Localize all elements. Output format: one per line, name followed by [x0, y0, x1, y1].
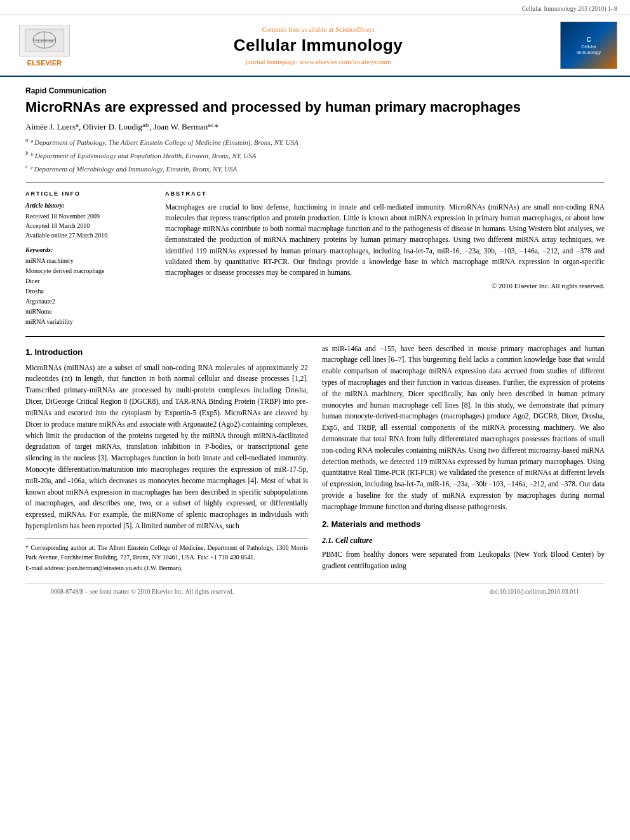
- article-info-column: ARTICLE INFO Article history: Received 1…: [25, 190, 152, 327]
- affiliation-b: b ᵇ Department of Epidemiology and Popul…: [25, 149, 605, 161]
- journal-header: Cellular Immunology 263 (2010) 1–8: [0, 0, 630, 15]
- authors: Aimée J. Luersᵃ, Olivier D. Loudigᵃᵇ, Jo…: [25, 122, 605, 132]
- elsevier-text-label: ELSEVIER: [27, 59, 62, 67]
- sciencedirect-line: Contents lists available at ScienceDirec…: [76, 25, 560, 33]
- journal-name: Cellular Immunology: [76, 36, 560, 55]
- divider-main: [25, 336, 605, 337]
- introduction-paragraph1: MicroRNAs (miRNAs) are a subset of small…: [25, 363, 308, 532]
- journal-citation: Cellular Immunology 263 (2010) 1–8: [521, 5, 617, 12]
- abstract-text: Macrophages are crucial to host defense,…: [165, 202, 605, 279]
- keyword-1: miRNA machinery: [25, 256, 152, 266]
- journal-logo-right: C Cellular Immunology: [560, 22, 617, 69]
- divider-after-affiliations: [25, 182, 605, 183]
- cell-culture-paragraph: PBMC from healthy donors were separated …: [322, 549, 605, 572]
- issn-line: 0008-8749/$ – see front matter © 2010 El…: [51, 588, 234, 595]
- affiliation-c: c ᶜ Department of Microbiology and Immun…: [25, 163, 605, 174]
- header-banner: ELSEVIER ELSEVIER Contents lists availab…: [0, 15, 630, 77]
- introduction-title: 1. Introduction: [25, 346, 308, 359]
- keyword-6: miRNome: [25, 307, 152, 317]
- materials-methods-title: 2. Materials and methods: [322, 518, 605, 531]
- bottom-bar: 0008-8749/$ – see front matter © 2010 El…: [25, 583, 605, 599]
- elsevier-logo: ELSEVIER ELSEVIER: [13, 25, 76, 67]
- affiliation-a: a ᵃ Department of Pathology, The Albert …: [25, 136, 605, 147]
- article-content: Rapid Communication MicroRNAs are expres…: [0, 77, 630, 611]
- body-right-col: as miR-146a and −155, have been describe…: [322, 343, 605, 578]
- keyword-2: Monocyte derived macrophage: [25, 266, 152, 276]
- svg-text:ELSEVIER: ELSEVIER: [36, 39, 53, 43]
- corresponding-author-note: * Corresponding author at: The Albert Ei…: [25, 543, 308, 562]
- accepted-date: Accepted 18 March 2010: [25, 221, 152, 230]
- article-history-label: Article history:: [25, 202, 152, 209]
- article-title: MicroRNAs are expressed and processed by…: [25, 99, 605, 116]
- copyright-line: © 2010 Elsevier Inc. All rights reserved…: [165, 282, 605, 290]
- footnote-area: * Corresponding author at: The Albert Ei…: [25, 538, 308, 573]
- keyword-3: Dicer: [25, 276, 152, 286]
- doi-line: doi:10.1016/j.cellimm.2010.03.011: [490, 588, 579, 595]
- received-date: Received 18 November 2009: [25, 211, 152, 221]
- journal-title-center: Contents lists available at ScienceDirec…: [76, 25, 560, 65]
- body-two-col: 1. Introduction MicroRNAs (miRNAs) are a…: [25, 343, 605, 578]
- right-col-paragraph1: as miR-146a and −155, have been describe…: [322, 343, 605, 513]
- abstract-column: ABSTRACT Macrophages are crucial to host…: [165, 190, 605, 327]
- elsevier-logo-image: ELSEVIER: [19, 25, 70, 57]
- cell-culture-subtitle: 2.1. Cell culture: [322, 535, 605, 547]
- keyword-4: Drosha: [25, 286, 152, 297]
- rapid-communication-label: Rapid Communication: [25, 86, 605, 95]
- keywords-label: Keywords:: [25, 246, 152, 253]
- abstract-header: ABSTRACT: [165, 190, 605, 197]
- available-online-date: Available online 27 March 2010: [25, 230, 152, 240]
- keyword-7: miRNA variability: [25, 317, 152, 327]
- journal-homepage: journal homepage: www.elsevier.com/locat…: [76, 58, 560, 65]
- article-info-abstract-section: ARTICLE INFO Article history: Received 1…: [25, 190, 605, 327]
- sciencedirect-link-text[interactable]: ScienceDirect: [335, 25, 375, 33]
- keyword-5: Argonaute2: [25, 297, 152, 307]
- page-wrapper: Cellular Immunology 263 (2010) 1–8 ELSEV…: [0, 0, 630, 840]
- article-info-header: ARTICLE INFO: [25, 190, 152, 197]
- email-note: E-mail address: joan.berman@einstein.yu.…: [25, 563, 308, 573]
- body-left-col: 1. Introduction MicroRNAs (miRNAs) are a…: [25, 343, 308, 578]
